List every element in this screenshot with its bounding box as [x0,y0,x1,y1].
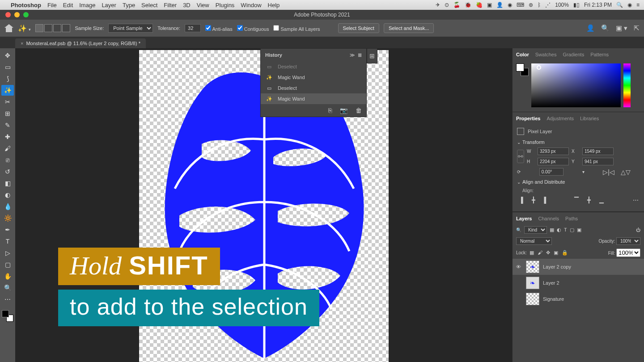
close-tab-icon[interactable]: × [21,41,23,46]
color-swatch[interactable] [2,310,13,322]
dodge-tool-icon[interactable]: 🔆 [1,213,14,223]
rotation-input[interactable] [539,168,564,176]
share-icon[interactable]: ⇱ [634,24,640,32]
workspace-icon[interactable]: ▣ ▾ [616,24,627,32]
layer-thumb[interactable] [526,293,539,305]
menu-plugins[interactable]: Plugins [216,2,235,8]
battery-icon[interactable]: ▮▯ [573,2,580,8]
path-select-tool-icon[interactable]: ▷ [1,248,14,258]
fill-select[interactable]: 100% [616,248,640,257]
snapshot-icon[interactable]: 📷 [340,107,347,114]
hue-slider[interactable] [623,63,631,107]
history-item[interactable]: ✨Magic Wand [261,72,366,83]
bluetooth-icon[interactable]: ᛒ [538,2,541,8]
align-right-icon[interactable]: ▌ [542,197,550,203]
fg-bg-swatch[interactable] [516,63,529,76]
y-input[interactable] [582,158,614,165]
menu-file[interactable]: File [47,2,57,8]
x-input[interactable] [582,147,614,155]
history-item[interactable]: ✨Magic Wand [261,93,366,104]
status-icon[interactable]: ◉ [508,2,512,8]
align-left-icon[interactable]: ▐ [517,197,525,203]
layer-thumb[interactable]: ❧ [526,277,539,289]
status-icon[interactable]: ⌨ [517,2,524,8]
layer-name[interactable]: Layer 2 copy [543,264,571,269]
layer-item[interactable]: Signature [513,291,644,307]
blur-tool-icon[interactable]: 💧 [1,201,14,212]
status-icon[interactable]: 🐞 [465,2,471,8]
lock-pixels-icon[interactable]: ▦ [530,250,534,256]
status-icon[interactable]: ⊛ [529,2,533,8]
status-icon[interactable]: 🍒 [453,2,460,8]
spotlight-icon[interactable]: 🔍 [616,2,623,8]
type-tool-icon[interactable]: T [1,236,14,247]
hand-tool-icon[interactable]: ✋ [1,271,14,282]
wifi-icon[interactable]: ⋰ [545,2,551,8]
align-center-v-icon[interactable]: ╋ [585,197,593,203]
minimize-icon[interactable] [14,12,20,17]
selection-new-icon[interactable] [35,24,43,32]
status-icon[interactable]: 👤 [496,2,503,8]
lock-paint-icon[interactable]: 🖌 [538,250,542,256]
status-icon[interactable]: ✈ [436,2,440,8]
traffic-lights[interactable] [0,12,29,17]
anti-alias-check[interactable]: Anti-alias [205,25,233,32]
selection-add-icon[interactable] [44,24,52,32]
healing-tool-icon[interactable]: ✚ [1,131,14,142]
menu-window[interactable]: Window [241,2,261,8]
move-tool-icon[interactable]: ✥ [1,50,14,61]
collapse-icon[interactable]: ≫ [350,52,355,58]
lock-artboard-icon[interactable]: ▣ [554,250,558,256]
zoom-tool-icon[interactable]: 🔍 [1,282,14,293]
clock[interactable]: Fri 2:13 PM [584,2,612,8]
select-and-mask-button[interactable]: Select and Mask... [384,23,434,33]
filter-toggle-icon[interactable]: ⏻ [636,227,640,232]
filter-shape-icon[interactable]: ▢ [570,227,574,233]
cloud-docs-icon[interactable]: 👤 [586,24,595,32]
maximize-icon[interactable] [23,12,29,17]
menu-layer[interactable]: Layer [102,2,116,8]
menu-type[interactable]: Type [123,2,135,8]
tab-paths[interactable]: Paths [565,216,578,221]
tab-gradients[interactable]: Gradients [563,52,584,57]
align-center-h-icon[interactable]: ╋ [530,197,538,203]
sample-all-check[interactable]: Sample All Layers [273,25,320,32]
home-icon[interactable] [4,24,13,32]
magic-wand-tool-icon[interactable]: ✨ [1,85,14,96]
history-brush-tool-icon[interactable]: ↺ [1,166,14,177]
contiguous-check[interactable]: Contiguous [237,25,269,32]
tolerance-input[interactable] [185,24,201,32]
menu-select[interactable]: Select [141,2,157,8]
tab-channels[interactable]: Channels [538,216,559,221]
flip-v-icon[interactable]: △▽ [621,168,631,176]
eraser-tool-icon[interactable]: ◧ [1,178,14,189]
delete-icon[interactable]: 🗑 [356,107,362,114]
color-picker[interactable] [513,61,644,112]
history-panel[interactable]: History ≫ ≣ ▭Deselect ✨Magic Wand ▭Desel… [260,48,367,117]
filter-smart-icon[interactable]: ▣ [577,227,581,233]
align-bottom-icon[interactable]: ▁ [597,197,606,203]
filter-type-icon[interactable]: T [564,227,567,233]
layer-item[interactable]: 👁 ❧ Layer 2 copy [513,259,644,275]
close-icon[interactable] [5,12,11,17]
edit-toolbar-icon[interactable]: ⋯ [1,294,14,305]
gradient-tool-icon[interactable]: ◐ [1,189,14,200]
sample-size-select[interactable]: Point Sample [108,24,153,33]
tab-properties[interactable]: Properties [516,116,540,121]
tool-preset-icon[interactable]: ✨ ▾ [18,24,31,33]
menu-view[interactable]: View [197,2,209,8]
lasso-tool-icon[interactable]: ⟆ [1,73,14,84]
collapsed-panel-icon[interactable]: ⊞ [367,48,377,63]
align-top-icon[interactable]: ▔ [572,197,580,203]
menu-filter[interactable]: Filter [164,2,177,8]
document-tab[interactable]: × MonsteraLeaf.psb @ 11.6% (Layer 2 copy… [15,38,146,48]
stamp-tool-icon[interactable]: ⎚ [1,155,14,165]
blend-mode-select[interactable]: Normal [516,237,552,245]
selection-subtract-icon[interactable] [53,24,61,32]
frame-tool-icon[interactable]: ⊞ [1,108,14,119]
brush-tool-icon[interactable]: 🖌 [1,143,14,154]
selection-mode-group[interactable] [35,24,70,32]
height-input[interactable] [538,158,569,165]
tab-layers[interactable]: Layers [516,216,532,221]
transform-section-header[interactable]: Transform [517,139,640,145]
